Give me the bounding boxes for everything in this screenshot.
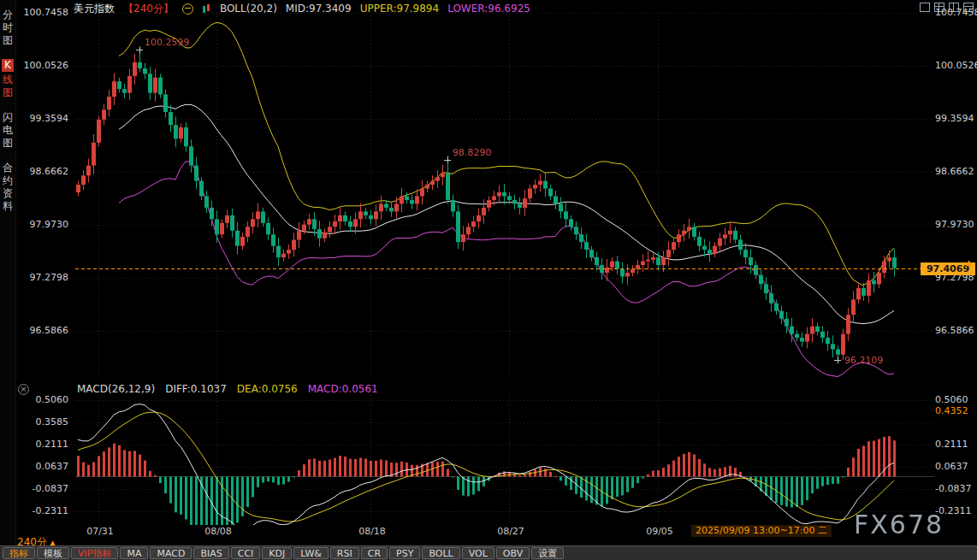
macd-y-axis-label-left: 0.0637: [17, 461, 68, 472]
toolbar-item-templates[interactable]: 模板: [37, 547, 69, 559]
macd-macd-value: MACD:0.0561: [308, 383, 378, 395]
toolbar-item-lwr[interactable]: LW&: [293, 547, 329, 559]
macd-title: MACD(26,12,9): [77, 383, 155, 395]
x-axis-date-label: 08/27: [494, 526, 528, 537]
price-annotation: 98.8290: [453, 147, 492, 158]
main-y-axis-label-right: 98.6662: [935, 166, 977, 177]
main-y-axis-label-left: 100.7458: [17, 7, 68, 18]
main-y-axis-label-left: 98.6662: [17, 166, 68, 177]
main-y-axis-label-right: 97.9730: [935, 219, 977, 230]
toolbar-item-kdj[interactable]: KDJ: [262, 547, 292, 559]
macd-y-axis-label-right: 0.5060: [935, 394, 977, 405]
price-direction-arrow-icon: [966, 252, 974, 261]
toolbar-item-cci[interactable]: CCI: [231, 547, 261, 559]
sidebar-item-time-share[interactable]: 分时图: [0, 9, 15, 47]
x-axis-date-label: 08/08: [201, 526, 235, 537]
toolbar-item-cr[interactable]: CR: [361, 547, 388, 559]
macd-y-axis-label-right: 0.0637: [935, 461, 977, 472]
sidebar-item-contract-info[interactable]: 合约资料: [0, 162, 15, 213]
trading-terminal: 分时图K线图闪电图合约资料 美元指数 【240分】 BOLL(20,2) MID…: [0, 0, 977, 560]
bottom-toolbar: 指标模板VIP指标MAMACDBIASCCIKDJLW&RSICRPSYBOLL…: [0, 545, 977, 560]
main-y-axis-label-left: 97.9730: [17, 219, 68, 230]
current-price-value: 97.4069: [927, 263, 969, 274]
main-y-axis-label-left: 96.5866: [17, 325, 68, 336]
toolbar-item-obv[interactable]: OBV: [496, 547, 530, 559]
x-axis-date-label: 07/31: [83, 526, 117, 537]
sidebar-item-lightning[interactable]: 闪电图: [0, 111, 15, 150]
toolbar-item-bias[interactable]: BIAS: [193, 547, 228, 559]
indicator-icon: [202, 4, 211, 14]
macd-y-axis-label-right: -0.0837: [935, 483, 977, 494]
toolbar-item-settings[interactable]: 设置: [531, 547, 564, 559]
macd-y-axis-label-right: 0.4352: [935, 405, 977, 416]
main-y-axis-label-right: 96.5866: [935, 325, 977, 336]
main-y-axis-label-right: 100.7458: [935, 7, 977, 18]
toolbar-item-rsi[interactable]: RSI: [330, 547, 359, 559]
x-axis-date-label: 08/18: [355, 526, 389, 537]
sidebar-item-kline[interactable]: K线图: [0, 59, 15, 99]
sidebar: 分时图K线图闪电图合约资料: [0, 0, 16, 560]
kline-highlight: K: [2, 59, 14, 72]
macd-y-axis-label-left: 0.5060: [17, 394, 68, 405]
candlestick-chart[interactable]: [75, 13, 934, 382]
macd-y-axis-label-left: -0.0837: [17, 483, 68, 494]
toolbar-item-boll[interactable]: BOLL: [422, 547, 459, 559]
toolbar-item-vip-indicators[interactable]: VIP指标: [71, 547, 118, 559]
x-axis-date-label: 09/05: [642, 526, 677, 537]
macd-y-axis-label-left: 0.2111: [17, 439, 68, 450]
toolbar-item-vol[interactable]: VOL: [462, 547, 494, 559]
main-y-axis-label-right: 99.3594: [935, 113, 977, 124]
toolbar-item-macd[interactable]: MACD: [150, 547, 192, 559]
price-annotation: 96.2109: [844, 355, 884, 366]
macd-y-axis-label-right: 0.2111: [935, 439, 977, 450]
watermark: FX678: [854, 510, 944, 539]
macd-diff-value: DIFF:0.1037: [165, 383, 227, 395]
main-y-axis-label-left: 97.2798: [17, 272, 68, 283]
layout-single-icon[interactable]: [920, 3, 930, 12]
macd-dea-value: DEA:0.0756: [237, 383, 298, 395]
macd-y-axis-label-left: 0.3585: [17, 416, 68, 427]
toolbar-item-psy[interactable]: PSY: [389, 547, 420, 559]
session-time-label: 2025/09/09 13:00~17:00 二: [691, 525, 832, 537]
macd-y-axis-label-left: -0.2311: [17, 505, 68, 516]
main-y-axis-label-right: 100.0526: [935, 60, 977, 71]
macd-chart[interactable]: [75, 395, 934, 525]
price-annotation: 100.2599: [145, 37, 190, 48]
main-y-axis-label-left: 99.3594: [17, 113, 68, 124]
toolbar-item-indicators[interactable]: 指标: [3, 547, 35, 559]
macd-header: MACD(26,12,9) DIFF:0.1037 DEA:0.0756 MAC…: [77, 383, 378, 395]
sidebar-item-label: 线图: [3, 74, 13, 98]
main-y-axis-label-left: 100.0526: [17, 60, 68, 71]
toolbar-item-ma[interactable]: MA: [120, 547, 148, 559]
